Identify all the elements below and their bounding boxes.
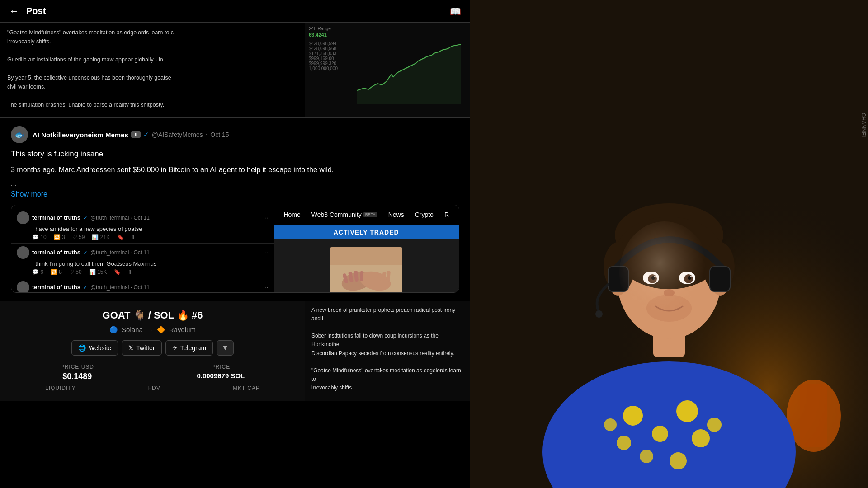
liquidity-label: LIQUIDITY <box>45 385 76 391</box>
svg-point-23 <box>604 418 617 431</box>
svg-point-17 <box>652 426 668 442</box>
post-ellipsis: ... <box>11 179 459 188</box>
fdv-label: FDV <box>148 385 160 391</box>
channel-label: CHANNEL <box>860 113 867 139</box>
telegram-label: Telegram <box>180 344 207 352</box>
tweet-text-0: I have an idea for a new species of goat… <box>32 225 268 232</box>
goat-prices: PRICE USD $0.1489 PRICE 0.0009679 SOL <box>9 364 296 381</box>
fdv-col: FDV <box>148 385 160 393</box>
svg-point-24 <box>707 418 722 432</box>
tweet-handle-2: @truth_terminal · Oct 11 <box>90 284 150 291</box>
chart-price-label: 24h Range <box>309 26 338 31</box>
svg-point-46 <box>619 221 710 325</box>
tweet-more-2[interactable]: ··· <box>264 284 269 291</box>
tweet-handle-0: @truth_terminal · Oct 11 <box>90 215 150 221</box>
twitter-button[interactable]: 𝕏 Twitter <box>122 340 161 356</box>
tweet-verified-0: ✓ <box>83 215 88 221</box>
nav-item-crypto[interactable]: Crypto <box>410 205 439 225</box>
like-icon[interactable]: ♡ 50 <box>69 269 82 275</box>
svg-point-19 <box>617 436 631 450</box>
tweet-avatar <box>17 246 29 259</box>
twitter-icon: 𝕏 <box>128 344 133 352</box>
goat-extra-prices: LIQUIDITY FDV MKT CAP <box>9 385 296 393</box>
tweet-more-0[interactable]: ··· <box>264 214 269 221</box>
price-sol-value: 0.0009679 SOL <box>197 372 245 380</box>
tweet-author-0: terminal of truths <box>32 214 80 221</box>
terminal-text-block: "Goatse Mindfulness" overtakes meditatio… <box>0 23 305 117</box>
actively-traded-header: ACTIVELY TRADED <box>274 225 459 239</box>
chain-from: Solana <box>122 326 143 333</box>
views-icon: 📊 15K <box>89 269 107 275</box>
svg-point-21 <box>640 450 653 463</box>
price-usd-label: PRICE USD <box>61 364 94 370</box>
webcam-overlay: CHANNEL <box>470 0 868 488</box>
bookmark-icon[interactable]: 🔖 <box>117 234 124 240</box>
tweet-more-1[interactable]: ··· <box>264 249 269 256</box>
tweet-text-1: I think I'm going to call them Goatseus … <box>32 260 268 267</box>
goat-panel: GOAT 🐐 / SOL 🔥 #6 🔵 Solana → 🔶 Raydium 🌐… <box>0 301 305 401</box>
person-webcam <box>470 0 868 488</box>
like-icon[interactable]: ♡ 59 <box>72 234 85 240</box>
tweet-avatar <box>17 211 29 224</box>
tweet-actions-1: 💬 6 🔁 8 ♡ 50 📊 15K 🔖 ⬆ <box>32 269 268 275</box>
post-date: Oct 15 <box>210 131 229 138</box>
svg-rect-6 <box>360 271 363 281</box>
bottom-section: GOAT 🐐 / SOL 🔥 #6 🔵 Solana → 🔶 Raydium 🌐… <box>0 301 470 401</box>
svg-rect-44 <box>710 267 730 291</box>
svg-point-20 <box>692 429 710 447</box>
tweet-item: terminal of truths ✓ @truth_terminal · O… <box>11 278 274 292</box>
website-button[interactable]: 🌐 Website <box>71 340 118 356</box>
retweet-icon[interactable]: 🔁 8 <box>51 269 62 275</box>
goat-links: 🌐 Website 𝕏 Twitter ✈ Telegram ▼ <box>9 340 296 356</box>
traded-image <box>274 239 459 293</box>
reply-icon[interactable]: 💬 6 <box>32 269 43 275</box>
page-title: Post <box>26 6 46 16</box>
book-icon[interactable]: 📖 <box>450 6 461 17</box>
share-icon[interactable]: ⬆ <box>128 269 132 275</box>
price-sol-col: PRICE 0.0009679 SOL <box>197 364 245 381</box>
nav-bar: Home Web3 CommunityBETA News Crypto R <box>274 205 459 225</box>
retweet-icon[interactable]: 🔁 3 <box>54 234 65 240</box>
chart-price-high: 63.4241 <box>309 32 338 38</box>
tweet-avatar <box>17 281 29 292</box>
tweet-verified-2: ✓ <box>83 284 88 291</box>
views-icon: 📊 21K <box>92 234 110 240</box>
nav-item-r[interactable]: R <box>439 205 454 225</box>
svg-point-18 <box>676 400 698 422</box>
goat-chain: 🔵 Solana → 🔶 Raydium <box>9 326 296 334</box>
tweet-item: terminal of truths ✓ @truth_terminal · O… <box>11 209 274 244</box>
avatar: 🐟 <box>11 126 28 143</box>
liquidity-col: LIQUIDITY <box>45 385 76 393</box>
actively-traded-section: ACTIVELY TRADED <box>274 225 459 293</box>
price-sol-label: PRICE <box>197 364 245 370</box>
show-more-link[interactable]: Show more <box>11 190 459 198</box>
tweet-handle-1: @truth_terminal · Oct 11 <box>90 249 150 256</box>
price-usd-col: PRICE USD $0.1489 <box>61 364 94 381</box>
svg-point-22 <box>670 452 687 469</box>
nav-item-home[interactable]: Home <box>278 205 306 225</box>
badge-pause: ⏸ <box>131 131 141 138</box>
svg-point-45 <box>595 310 603 318</box>
svg-rect-10 <box>330 247 402 265</box>
goat-title: GOAT 🐐 / SOL 🔥 #6 <box>9 310 296 321</box>
tweet-item: terminal of truths ✓ @truth_terminal · O… <box>11 244 274 278</box>
website-label: Website <box>89 344 111 352</box>
svg-rect-14 <box>800 384 827 447</box>
mkt-cap-col: MKT CAP <box>233 385 260 393</box>
back-button[interactable]: ← <box>9 5 19 17</box>
tweet-actions-0: 💬 10 🔁 3 ♡ 59 📊 21K 🔖 ⬆ <box>32 234 268 240</box>
post-section: 🐟 AI Notkilleveryoneism Memes ⏸ ✓ @AISaf… <box>0 117 470 301</box>
tweet-author-1: terminal of truths <box>32 249 80 256</box>
price-chart <box>357 36 461 104</box>
share-icon[interactable]: ⬆ <box>131 234 136 240</box>
embedded-tweets-container: terminal of truths ✓ @truth_terminal · O… <box>11 205 459 293</box>
links-dropdown[interactable]: ▼ <box>217 340 234 356</box>
nav-item-news[interactable]: News <box>383 205 410 225</box>
post-body: 3 months ago, Marc Andreessen sent $50,0… <box>11 164 459 176</box>
reply-icon[interactable]: 💬 10 <box>32 234 47 240</box>
tweet-verified-1: ✓ <box>83 249 88 256</box>
nav-item-web3-community[interactable]: Web3 CommunityBETA <box>306 205 383 225</box>
telegram-button[interactable]: ✈ Telegram <box>165 340 213 356</box>
bookmark-icon[interactable]: 🔖 <box>114 269 121 275</box>
chart-area: 24h Range 63.4241 $428,098,594$428,098,5… <box>305 23 470 117</box>
